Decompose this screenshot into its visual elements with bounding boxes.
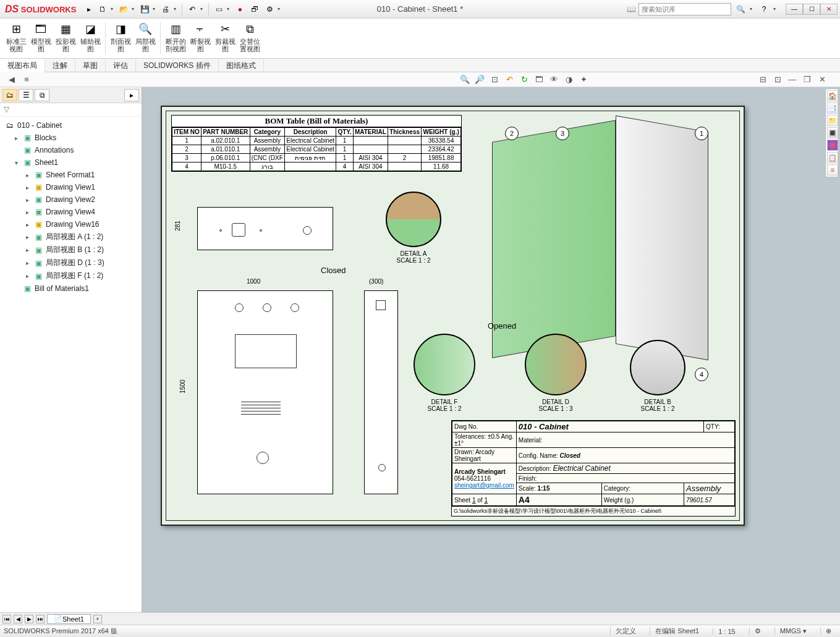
drawing-view-top[interactable] [197, 207, 333, 250]
tree-root[interactable]: 🗂 010 - Cabinet [1, 119, 140, 132]
first-sheet-button[interactable]: ⏮ [2, 615, 11, 623]
book-icon[interactable]: 📖 [627, 5, 636, 14]
doc-min2-icon[interactable]: — [787, 74, 798, 85]
status-plus-icon[interactable]: ⊕ [820, 627, 836, 635]
ribbon-断裂视图[interactable]: ⫟断裂视图 [188, 20, 213, 57]
property-tab[interactable]: ☰ [19, 89, 33, 101]
new-icon[interactable]: 🗋 [96, 2, 109, 16]
balloon-3[interactable]: 3 [556, 127, 569, 140]
detail-view-b[interactable] [630, 340, 685, 395]
drawing-view-side[interactable] [364, 290, 398, 494]
tab-图纸格式[interactable]: 图纸格式 [219, 59, 264, 72]
zoom-area-icon[interactable]: 🔎 [474, 74, 485, 85]
ribbon-剪裁视图[interactable]: ✂剪裁视图 [213, 20, 237, 57]
expand-menu-icon[interactable]: ▸ [82, 2, 96, 16]
bom-row[interactable]: 3p.06.010.1(CNC (DXFחזית פנימית1AISI 304… [172, 154, 461, 162]
bom-table[interactable]: BOM Table (Bill of Materials) ITEM NOPAR… [171, 115, 462, 172]
help-icon[interactable]: ? [757, 2, 771, 16]
config-tab[interactable]: ⧉ [35, 89, 49, 101]
settings-icon[interactable]: ⚙ [263, 2, 276, 16]
ribbon-标准三视图[interactable]: ⊞标准三视图 [4, 20, 28, 57]
ribbon-剖面视图[interactable]: ◨剖面视图 [108, 20, 133, 57]
ribbon-模型视图[interactable]: 🗔模型视图 [28, 20, 53, 57]
forum-icon[interactable]: ≡ [827, 164, 838, 175]
tree-item[interactable]: ▸▣Drawing View2 [1, 193, 140, 206]
detail-view-d[interactable] [525, 334, 587, 395]
panel-collapse-icon[interactable]: ◀ [6, 74, 17, 85]
tab-SOLIDWORKS 插件[interactable]: SOLIDWORKS 插件 [136, 59, 219, 72]
tree-toggle-icon[interactable]: ▾ [12, 159, 20, 166]
feature-tree-tab[interactable]: 🗂 [2, 89, 17, 101]
tree-toggle-icon[interactable]: ▸ [23, 172, 31, 179]
options-icon[interactable]: 🗗 [248, 2, 261, 16]
section-view-icon[interactable]: ↻ [519, 74, 530, 85]
zoom-window-icon[interactable]: ⊡ [489, 74, 500, 85]
rebuild-icon[interactable]: ● [233, 2, 247, 16]
appearance-icon[interactable]: ◑ [563, 74, 574, 85]
tree-toggle-icon[interactable]: ▸ [23, 234, 31, 240]
tab-视图布局[interactable]: 视图布局 [0, 59, 45, 72]
display-style-icon[interactable]: 🗔 [533, 74, 545, 85]
status-scale[interactable]: 1 : 15 [713, 628, 740, 635]
tree-item[interactable]: ▸▣Blocks [1, 132, 140, 144]
bom-row[interactable]: 2a.01.010.1AssemblyElectrical Cabinet123… [172, 145, 461, 154]
custom-props-icon[interactable]: 📋 [827, 152, 838, 163]
filter-row[interactable]: ▽ [0, 103, 142, 117]
close-button[interactable]: ✕ [820, 4, 838, 15]
balloon-1[interactable]: 1 [695, 127, 708, 140]
prev-sheet-button[interactable]: ◀ [14, 615, 22, 623]
tree-item[interactable]: ▸▣局部视图 D (1 : 3) [1, 256, 140, 269]
ribbon-交替位置视图[interactable]: ⧉交替位置视图 [237, 20, 262, 57]
tree-toggle-icon[interactable]: ▸ [23, 184, 31, 191]
view-palette-icon[interactable]: 🔳 [827, 127, 838, 138]
tree-toggle-icon[interactable]: ▸ [23, 209, 31, 216]
title-block[interactable]: Dwg No.010 - CabinetQTY: Tolerances: ±0.… [451, 420, 736, 517]
detail-view-f[interactable] [414, 334, 475, 395]
tree-toggle-icon[interactable]: ▸ [23, 247, 31, 253]
cog-icon[interactable]: ⚙ [749, 627, 766, 635]
tree-item[interactable]: ▸▣局部视图 B (1 : 2) [1, 243, 140, 256]
drawing-sheet[interactable]: BOM Table (Bill of Materials) ITEM NOPAR… [161, 106, 745, 526]
scene-icon[interactable]: ✦ [578, 74, 589, 85]
ribbon-投影视图[interactable]: ▦投影视图 [53, 20, 78, 57]
tree-item[interactable]: ▾▣Sheet1 [1, 156, 140, 169]
doc-restore-icon[interactable]: ❐ [802, 74, 813, 85]
minimize-button[interactable]: — [786, 4, 803, 15]
ribbon-辅助视图[interactable]: ◪辅助视图 [78, 20, 103, 57]
tree-item[interactable]: ▸▣Drawing View16 [1, 218, 140, 230]
tab-评估[interactable]: 评估 [106, 59, 136, 72]
detail-view-a[interactable] [386, 192, 441, 247]
tree-item[interactable]: ▣Bill of Materials1 [1, 282, 140, 295]
tree-item[interactable]: ▸▣Drawing View1 [1, 181, 140, 193]
tree-item[interactable]: ▸▣局部视图 A (1 : 2) [1, 230, 140, 243]
next-sheet-button[interactable]: ▶ [25, 615, 33, 623]
graphics-area[interactable]: 🏠 📑 📁 🔳 📋 ≡ BOM Table (Bill of Materials… [142, 87, 840, 612]
tree-item[interactable]: ▸▣Drawing View4 [1, 206, 140, 218]
add-sheet-button[interactable]: + [93, 615, 102, 623]
tree-item[interactable]: ▸▣Sheet Format1 [1, 169, 140, 181]
undo-icon[interactable]: ↶ [185, 2, 199, 16]
maximize-button[interactable]: ☐ [803, 4, 820, 15]
select-icon[interactable]: ▭ [212, 2, 226, 16]
resources-icon[interactable]: 📑 [827, 103, 838, 114]
tree-toggle-icon[interactable]: ▸ [12, 135, 20, 141]
doc-max-icon[interactable]: ⊡ [772, 74, 783, 85]
balloon-4[interactable]: 4 [695, 368, 708, 381]
drawing-view-front[interactable] [197, 290, 333, 494]
balloon-2[interactable]: 2 [505, 127, 519, 140]
prev-view-icon[interactable]: ↶ [504, 74, 515, 85]
ribbon-局部视图[interactable]: 🔍局部视图 [133, 20, 158, 57]
doc-min-icon[interactable]: ⊟ [757, 74, 768, 85]
panel-split-icon[interactable]: ≡ [21, 74, 32, 85]
search-input[interactable] [638, 3, 731, 15]
tree-item[interactable]: ▸▣局部视图 F (1 : 2) [1, 269, 140, 282]
zoom-fit-icon[interactable]: 🔍 [459, 74, 470, 85]
tree-toggle-icon[interactable]: ▸ [23, 259, 31, 266]
search-icon[interactable]: 🔍 [734, 2, 747, 16]
tab-草图[interactable]: 草图 [75, 59, 106, 72]
hide-show-icon[interactable]: 👁 [548, 74, 559, 85]
save-icon[interactable]: 💾 [138, 2, 151, 16]
print-icon[interactable]: 🖨 [159, 2, 172, 16]
ribbon-断开的剖视图[interactable]: ▥断开的剖视图 [163, 20, 188, 57]
tree-toggle-icon[interactable]: ▸ [23, 272, 31, 279]
